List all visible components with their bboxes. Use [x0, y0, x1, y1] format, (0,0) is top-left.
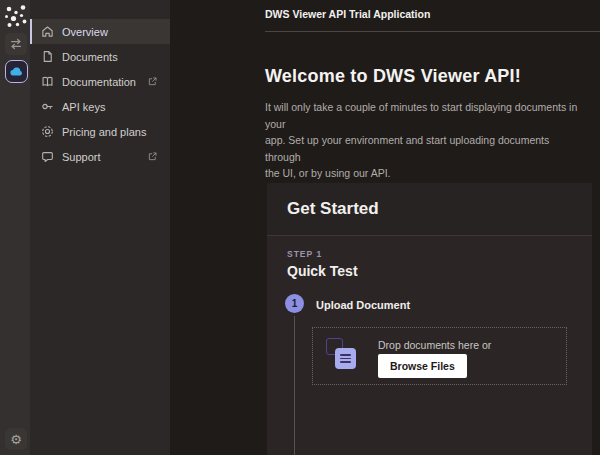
app-logo[interactable] [3, 3, 28, 28]
dropzone-hint-text: Drop documents here or [378, 339, 491, 351]
sidebar-item-label: Documents [62, 51, 118, 63]
sidebar-item-pricing[interactable]: Pricing and plans [30, 119, 170, 144]
cloud-app-button[interactable] [5, 60, 28, 83]
gear-icon: ⚙ [10, 432, 22, 447]
get-started-header: Get Started [267, 183, 592, 236]
sidebar-item-overview[interactable]: Overview [30, 19, 170, 44]
step-eyebrow: STEP 1 [287, 249, 322, 259]
nutrient-dots-logo-icon [3, 3, 28, 28]
get-started-title: Get Started [287, 199, 379, 219]
sidebar-item-label: API keys [62, 101, 105, 113]
browse-files-button[interactable]: Browse Files [378, 354, 467, 378]
chat-icon [41, 150, 54, 163]
key-icon [41, 100, 54, 113]
swap-arrows-icon [9, 37, 23, 51]
sidebar-nav: Overview Documents Documentation [30, 0, 170, 455]
sidebar-item-label: Pricing and plans [62, 126, 146, 138]
step-1-label: Upload Document [316, 299, 410, 311]
sidebar-item-api-keys[interactable]: API keys [30, 94, 170, 119]
app-window: ⚙ Overview Documents [0, 0, 600, 455]
home-icon [41, 25, 54, 38]
welcome-paragraph: It will only take a couple of minutes to… [265, 99, 585, 182]
header-divider [265, 31, 600, 32]
sidebar-item-label: Documentation [62, 76, 136, 88]
sidebar-item-documents[interactable]: Documents [30, 44, 170, 69]
step-1-number: 1 [292, 298, 298, 309]
get-started-body: STEP 1 Quick Test 1 Upload Document Drop… [267, 237, 592, 455]
quick-test-title: Quick Test [287, 263, 358, 279]
external-link-icon [147, 151, 158, 162]
sidebar-item-label: Overview [62, 26, 108, 38]
copy-documents-icon [326, 338, 362, 374]
page-title: DWS Viewer API Trial Application [265, 8, 430, 20]
cloud-icon [9, 64, 24, 79]
book-icon [41, 75, 54, 88]
external-link-icon [147, 76, 158, 87]
settings-button[interactable]: ⚙ [5, 428, 27, 450]
upload-dropzone[interactable]: Drop documents here or Browse Files [312, 327, 567, 385]
sidebar-item-label: Support [62, 151, 101, 163]
switch-product-button[interactable] [5, 33, 27, 55]
document-icon [41, 50, 54, 63]
get-started-card: Get Started STEP 1 Quick Test 1 Upload D… [267, 183, 592, 455]
step-1-badge: 1 [285, 294, 304, 313]
sidebar-item-documentation[interactable]: Documentation [30, 69, 170, 94]
coin-icon [41, 125, 54, 138]
main-content: DWS Viewer API Trial Application Welcome… [170, 0, 600, 455]
sidebar-item-support[interactable]: Support [30, 144, 170, 169]
icon-rail: ⚙ [0, 0, 30, 455]
welcome-heading: Welcome to DWS Viewer API! [265, 66, 521, 87]
step-connector-line [294, 316, 295, 455]
